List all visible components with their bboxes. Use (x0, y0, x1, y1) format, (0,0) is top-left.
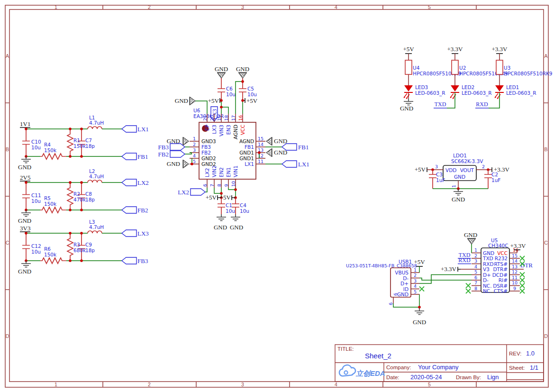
pin-number: 2 (474, 253, 477, 258)
frame-row-label: B (544, 146, 547, 152)
gnd-flag-icon (238, 73, 247, 78)
schematic-sheet: 1 2 3 4 5 1 2 3 4 5 A B C D A B C D 1V1 … (0, 0, 554, 392)
pin-name: D- (483, 277, 489, 283)
pin-name: VCC (240, 125, 245, 135)
pin-name: VBUS (395, 270, 409, 275)
ref: C9 (85, 242, 92, 247)
gnd-label: GND (175, 97, 188, 104)
pin-number: 5 (474, 269, 477, 274)
ref: C12 (31, 243, 41, 249)
frame-col-label: 1 (54, 382, 57, 387)
pin-name: FB1 (245, 144, 254, 150)
port-lx2 (191, 189, 205, 195)
frame-col-label: 3 (241, 4, 244, 10)
capacitor-c10: C10 10u (31, 139, 41, 150)
port-fb2 (122, 207, 136, 213)
capacitor-c7: C7 18p (85, 137, 95, 149)
port-label-fb2: FB2 (158, 151, 169, 158)
led-value: LED-0603_R (415, 90, 445, 96)
title-block: TITLE: Sheet_2 REV: 1.0 Company: Your Co… (335, 345, 544, 382)
p5v-label: +5V (403, 46, 414, 53)
capacitor-c4: C4 10u (240, 202, 249, 214)
frame-col-label: 1 (54, 4, 57, 10)
frame-row-label: C (544, 240, 548, 246)
pin-name: NC. (483, 283, 492, 289)
no-connect-icon (520, 278, 525, 283)
pin-name: AGND (233, 125, 238, 139)
pin-name: VIN3 (218, 125, 224, 137)
no-connect-icon (520, 256, 525, 261)
value: 150k (44, 201, 57, 207)
net-label-rxd: RXD (458, 257, 471, 264)
led-ref: LED1 (506, 84, 519, 90)
resistor-r4: R4 150k (44, 142, 57, 153)
frame-col-label: 5 (428, 4, 431, 10)
pin-name: ID (403, 286, 409, 292)
frame-row-label: C (6, 240, 9, 246)
led-value: LED-0603_R (462, 90, 492, 96)
ref: C7 (85, 137, 92, 143)
pin-name: LX3 (211, 125, 217, 134)
p33v-label: +3.3V (441, 265, 457, 273)
resistor-ref: U3 (504, 65, 510, 71)
resistor-value: HPCR0805F510RK9 (504, 71, 553, 76)
pin-name: RTS# (494, 261, 508, 267)
p33v-label: +3.3V (492, 46, 508, 53)
pin-name: GND3 (201, 138, 216, 144)
u5-ch340c: U5 CH340C 1 2 3 4 5 6 7 8 GND TXD RXD V3… (441, 231, 533, 294)
capacitor-c9: C9 18p (85, 242, 95, 253)
gnd-flag-icon (183, 137, 189, 146)
drawn-by-label: Drawn By: (456, 374, 481, 380)
pin-name: VIN2 (211, 165, 217, 177)
value: 150k (44, 147, 57, 153)
p5v-label: +5V (206, 194, 217, 201)
gnd-flag-icon (190, 97, 195, 105)
pin-number: 5 (193, 159, 196, 164)
net-label-3v3: 3V3 (20, 225, 30, 232)
lceda-logo: 立创EDA (339, 365, 385, 377)
ldo-ref: LDO1 (453, 153, 467, 158)
filter-block-2v5: 2V5 GND C11 10u R5 150k R2 470k C8 18p L… (18, 168, 149, 224)
port-lx3 (122, 230, 136, 237)
pin-number: 1 (193, 136, 196, 141)
frame-row-label: B (6, 146, 9, 152)
resistor-r6: R6 150k (44, 246, 57, 257)
frame-row-label: D (6, 333, 9, 339)
pin-name: GND (397, 292, 409, 297)
pin-name: VOUT (460, 167, 474, 173)
gnd-label: GND (274, 137, 287, 145)
pin-name: GND1 (239, 150, 254, 155)
pin-number: 9 (513, 286, 516, 291)
port-label-lx2: LX2 (178, 189, 189, 196)
led-column-2: +3.3V U2 HPCR0805F510RK9 LED2 LED-0603_R… (434, 46, 508, 108)
ldo-regulator: LDO1 SC662K-3.3V VDD VOUT GND 3 2 1 +5V … (415, 153, 510, 203)
port-label-fb1: FB1 (298, 144, 309, 151)
cloud-eye-icon (344, 371, 347, 374)
pin-number: 2 (414, 273, 417, 278)
capacitor-c5: C5 10u (247, 86, 257, 97)
p33v-label: +3.3V (510, 242, 527, 249)
port-lx1 (282, 161, 297, 167)
frame-col-label: 2 (148, 4, 151, 10)
frame-col-label: 2 (148, 382, 151, 387)
resistor-ref: U4 (413, 65, 420, 71)
net-label-2v5: 2V5 (20, 174, 30, 181)
capacitor-c8: C8 18p (85, 191, 95, 202)
pin-number: 15 (512, 253, 518, 258)
pin-name: LX1 (245, 161, 254, 167)
frame-row-label: A (6, 53, 9, 59)
pin-number: 4 (414, 283, 417, 289)
gnd-flag-icon (266, 148, 272, 157)
ldo-part: SC662K-3.3V (451, 158, 483, 164)
sheet-value: 1/1 (530, 364, 538, 371)
pin-name: FB2 (201, 150, 211, 155)
net-label-txd: TXD (435, 101, 446, 108)
port-label-lx2: LX2 (137, 179, 149, 186)
value: 4.7uH (89, 173, 104, 179)
shield-pin-number: 6 (393, 293, 398, 296)
ref: C8 (85, 191, 92, 197)
frame-col-label: 5 (428, 382, 431, 387)
pin-name: FB3 (201, 144, 211, 150)
pin-number: 3 (414, 278, 417, 283)
gnd-flag-icon (266, 137, 272, 146)
